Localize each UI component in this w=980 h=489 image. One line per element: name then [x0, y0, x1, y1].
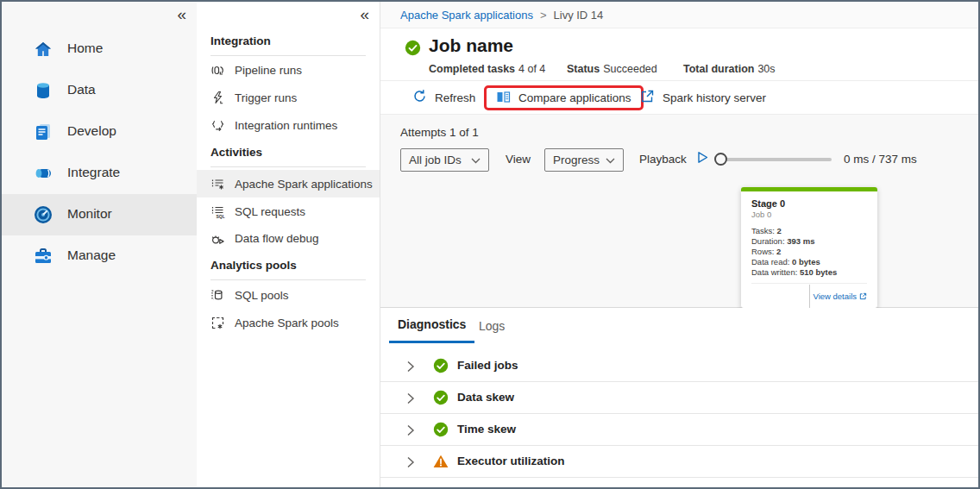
mnav-item-sql-requests[interactable]: SQL SQL requests: [197, 197, 380, 225]
nav-item-manage[interactable]: Manage: [2, 235, 197, 277]
refresh-icon: [412, 89, 427, 106]
warning-triangle-icon: [433, 455, 449, 472]
breadcrumb-current: Livy ID 14: [554, 9, 604, 22]
compare-applications-button[interactable]: Compare applications: [484, 85, 644, 110]
history-label: Spark history server: [663, 91, 766, 104]
page-title: Job name: [429, 35, 513, 56]
chevron-right-icon[interactable]: [406, 392, 415, 408]
tab-diagnostics[interactable]: Diagnostics: [389, 308, 474, 343]
mnav-item-trigger-runs[interactable]: Trigger runs: [197, 84, 380, 111]
playback-slider-handle[interactable]: [714, 153, 727, 166]
nav-label: Integrate: [67, 165, 120, 180]
breadcrumb-parent-link[interactable]: Apache Spark applications: [400, 9, 533, 22]
chevron-down-icon: [606, 154, 615, 166]
play-button[interactable]: [696, 151, 709, 167]
meta-completed-tasks: Completed tasks4 of 4: [429, 63, 545, 75]
spark-history-server-button[interactable]: Spark history server: [640, 81, 766, 114]
left-nav: « Home Data Develop Integrate Monitor Ma…: [2, 2, 197, 487]
view-value: Progress: [553, 154, 600, 166]
nav-label: Monitor: [67, 206, 112, 222]
mnav-item-apache-spark-pools[interactable]: Apache Spark pools: [197, 309, 380, 336]
mnav-item-sql-pools[interactable]: SQL pools: [197, 281, 380, 309]
collapse-left-nav-icon[interactable]: «: [177, 5, 186, 24]
meta-status: StatusSucceeded: [567, 63, 657, 75]
mnav-label: Data flow debug: [235, 232, 319, 245]
nav-item-home[interactable]: Home: [2, 28, 197, 70]
synapse-monitor-window: « Home Data Develop Integrate Monitor Ma…: [0, 0, 980, 489]
stat-label: Data written:: [751, 267, 797, 277]
mnav-label: Integration runtimes: [235, 119, 337, 132]
view-label: View: [506, 153, 531, 166]
stat-label: Tasks:: [751, 226, 775, 235]
main-panel: Apache Spark applications > Livy ID 14 J…: [380, 2, 978, 487]
view-dropdown[interactable]: Progress: [544, 148, 624, 172]
mnav-label: Apache Spark applications: [235, 178, 373, 191]
chevron-down-icon: [471, 154, 481, 166]
nav-item-monitor[interactable]: Monitor: [2, 194, 197, 235]
mnav-item-data-flow-debug[interactable]: Data flow debug: [197, 224, 380, 252]
meta-value: Succeeded: [603, 63, 657, 75]
section-title-integration: Integration: [210, 34, 366, 56]
mnav-item-apache-spark-applications[interactable]: Apache Spark applications: [197, 170, 380, 197]
nav-item-data[interactable]: Data: [2, 70, 197, 111]
success-check-icon: [433, 422, 449, 441]
refresh-button[interactable]: Refresh: [412, 81, 475, 114]
section-title-activities: Activities: [210, 146, 366, 167]
chevron-right-icon[interactable]: [406, 456, 415, 472]
diagnostic-label: Data skew: [457, 391, 514, 404]
mnav-label: Apache Spark pools: [235, 317, 339, 329]
meta-total-duration: Total duration30s: [683, 63, 776, 75]
mnav-item-pipeline-runs[interactable]: Pipeline runs: [197, 56, 380, 84]
mnav-label: SQL pools: [235, 289, 289, 302]
diagnostic-row-time-skew[interactable]: Time skew: [380, 414, 978, 446]
svg-text:SQL: SQL: [217, 213, 225, 218]
nav-label: Manage: [67, 248, 116, 263]
stat-value: 393 ms: [787, 236, 814, 246]
job-filter-dropdown[interactable]: All job IDs: [400, 148, 489, 172]
success-check-icon: [433, 390, 449, 409]
stat-data-read: Data read: 0 bytes: [751, 257, 867, 267]
develop-icon: [33, 122, 53, 142]
playback-time: 0 ms / 737 ms: [844, 153, 917, 166]
monitor-icon: [33, 204, 53, 225]
job-header: Job name Completed tasks4 of 4 StatusSuc…: [380, 28, 978, 81]
stage-card-subtitle: Job 0: [751, 210, 867, 220]
meta-label: Status: [567, 63, 600, 75]
spark-applications-icon: [210, 177, 226, 191]
compare-icon: [496, 90, 511, 107]
tab-logs[interactable]: Logs: [470, 308, 513, 343]
diagnostic-label: Executor utilization: [457, 455, 565, 467]
diagnostic-row-failed-jobs[interactable]: Failed jobs: [380, 350, 978, 382]
stage-connector-line: [809, 285, 810, 308]
success-check-icon: [433, 358, 449, 377]
view-details-link[interactable]: View details: [813, 292, 867, 301]
section-title-analytics-pools: Analytics pools: [210, 259, 366, 280]
nav-item-integrate[interactable]: Integrate: [2, 153, 197, 194]
stat-tasks: Tasks: 2: [751, 226, 867, 236]
diagnostic-row-executor-utilization[interactable]: Executor utilization: [380, 446, 978, 478]
nav-label: Data: [67, 82, 96, 97]
diagnostic-row-data-skew[interactable]: Data skew: [380, 382, 978, 414]
trigger-runs-icon: [210, 91, 226, 105]
compare-label: Compare applications: [518, 91, 631, 104]
mnav-item-integration-runtimes[interactable]: Integration runtimes: [197, 111, 380, 139]
open-external-icon: [640, 89, 655, 106]
nav-label: Home: [67, 41, 103, 56]
stat-value: 2: [776, 247, 781, 256]
collapse-monitor-nav-icon[interactable]: «: [360, 5, 369, 24]
playback-slider-track[interactable]: [717, 158, 832, 161]
refresh-label: Refresh: [435, 91, 475, 104]
meta-label: Total duration: [683, 63, 754, 75]
data-flow-debug-icon: [210, 231, 226, 246]
breadcrumb-separator: >: [540, 9, 547, 22]
view-details-label: View details: [813, 292, 857, 301]
diagnostic-label: Time skew: [457, 423, 516, 436]
tab-bar: Diagnostics Logs: [380, 308, 978, 347]
toolbar: Refresh Compare applications Spark histo…: [380, 81, 978, 115]
home-icon: [33, 39, 53, 60]
sql-requests-icon: SQL: [210, 204, 226, 219]
chevron-right-icon[interactable]: [406, 424, 415, 440]
nav-item-develop[interactable]: Develop: [2, 111, 197, 153]
chevron-right-icon[interactable]: [406, 360, 415, 376]
stat-label: Rows:: [751, 247, 774, 256]
